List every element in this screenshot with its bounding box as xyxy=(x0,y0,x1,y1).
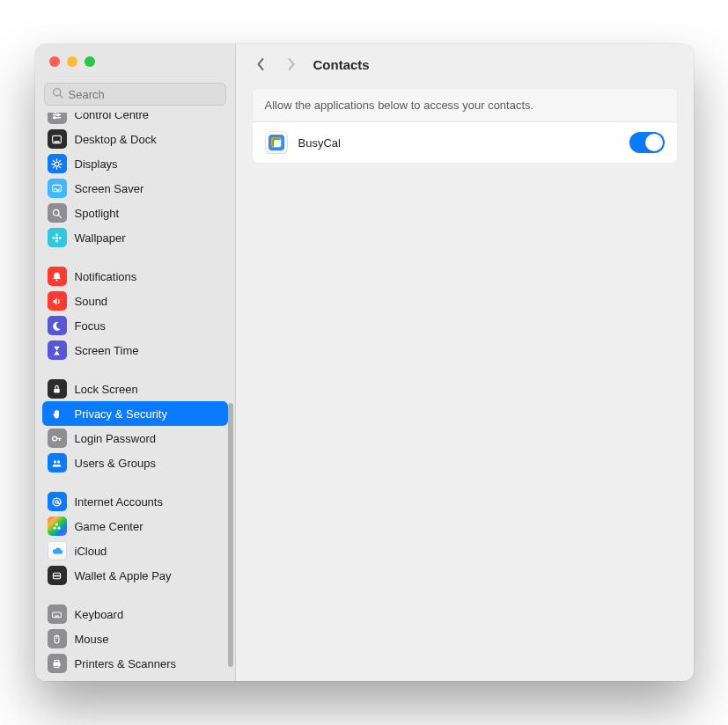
printer-icon xyxy=(48,654,67,673)
svg-point-25 xyxy=(52,237,55,239)
contacts-permission-panel: Allow the applications below to access y… xyxy=(252,88,678,164)
svg-point-24 xyxy=(55,239,58,242)
sidebar-item-label: Sound xyxy=(75,295,108,308)
sidebar-item-mouse[interactable]: Mouse xyxy=(42,626,228,651)
svg-point-38 xyxy=(57,526,60,529)
svg-rect-41 xyxy=(53,612,62,618)
people-icon xyxy=(48,453,67,472)
game-icon xyxy=(48,516,67,536)
sidebar-item-screen-time[interactable]: Screen Time xyxy=(42,338,228,362)
sidebar-item-label: Game Center xyxy=(75,520,143,533)
speaker-icon xyxy=(48,291,67,311)
sidebar-item-label: Wallpaper xyxy=(75,231,126,245)
svg-rect-28 xyxy=(54,388,60,392)
sidebar-item-users-groups[interactable]: Users & Groups xyxy=(42,450,228,475)
sidebar-item-control-centre[interactable]: Control Centre xyxy=(42,113,228,127)
svg-point-22 xyxy=(55,236,58,238)
svg-line-18 xyxy=(53,166,54,167)
sidebar-item-label: iCloud xyxy=(75,545,107,558)
bell-icon xyxy=(48,267,67,286)
svg-point-20 xyxy=(53,209,59,216)
flower-icon xyxy=(48,228,67,247)
svg-line-16 xyxy=(59,166,60,167)
zoom-window-button[interactable] xyxy=(85,56,95,67)
sidebar-item-label: Screen Saver xyxy=(75,182,144,195)
cloud-icon xyxy=(48,541,67,560)
sidebar-item-spotlight[interactable]: Spotlight xyxy=(42,201,228,225)
sidebar-item-focus[interactable]: Focus xyxy=(42,313,228,338)
search-input[interactable] xyxy=(69,88,218,101)
close-window-button[interactable] xyxy=(49,56,60,67)
wallet-icon xyxy=(48,566,67,585)
sidebar-item-icloud[interactable]: iCloud xyxy=(42,538,228,563)
permission-toggle[interactable] xyxy=(629,132,665,153)
lock-icon xyxy=(48,379,67,399)
svg-point-36 xyxy=(55,523,58,525)
sidebar-item-keyboard[interactable]: Keyboard xyxy=(42,602,228,626)
sidebar-item-internet-accounts[interactable]: Internet Accounts xyxy=(42,489,228,514)
back-button[interactable] xyxy=(252,53,271,76)
svg-rect-19 xyxy=(53,185,62,191)
sidebar-item-screen-saver[interactable]: Screen Saver xyxy=(42,176,228,201)
sidebar-item-label: Printers & Scanners xyxy=(75,657,177,670)
svg-rect-9 xyxy=(54,141,60,143)
sidebar-item-label: Notifications xyxy=(75,270,137,283)
dock-icon xyxy=(48,129,67,149)
svg-point-23 xyxy=(55,233,58,236)
sidebar-item-label: Mouse xyxy=(75,633,109,646)
sidebar-item-game-center[interactable]: Game Center xyxy=(42,514,228,538)
svg-point-27 xyxy=(55,279,57,281)
minimize-window-button[interactable] xyxy=(67,56,77,67)
svg-line-15 xyxy=(53,160,54,161)
svg-point-26 xyxy=(59,237,62,239)
key-icon xyxy=(48,428,67,448)
svg-point-6 xyxy=(57,114,59,115)
system-settings-window: Control CentreDesktop & DockDisplaysScre… xyxy=(35,44,694,681)
svg-point-32 xyxy=(54,460,56,463)
sidebar-scroll[interactable]: Control CentreDesktop & DockDisplaysScre… xyxy=(35,113,235,681)
sidebar-item-label: Focus xyxy=(75,319,106,333)
sidebar: Control CentreDesktop & DockDisplaysScre… xyxy=(35,44,236,681)
sun-icon xyxy=(48,154,67,173)
search-icon xyxy=(48,203,67,223)
hand-icon xyxy=(48,404,67,423)
titlebar: Contacts xyxy=(236,44,694,84)
sidebar-item-displays[interactable]: Displays xyxy=(42,151,228,176)
scrollbar-thumb[interactable] xyxy=(228,403,233,667)
svg-point-0 xyxy=(53,89,60,96)
sidebar-item-privacy-security[interactable]: Privacy & Security xyxy=(42,401,228,426)
search-field[interactable] xyxy=(44,83,226,106)
sidebar-item-login-password[interactable]: Login Password xyxy=(42,426,228,450)
content-area: Allow the applications below to access y… xyxy=(236,84,694,179)
sidebar-item-label: Screen Time xyxy=(75,344,139,357)
sidebar-item-wallpaper[interactable]: Wallpaper xyxy=(42,225,228,250)
svg-rect-40 xyxy=(53,575,60,576)
svg-line-17 xyxy=(59,160,60,161)
svg-point-7 xyxy=(54,116,55,118)
app-row: BusyCal xyxy=(253,122,677,163)
sidebar-item-label: Privacy & Security xyxy=(75,407,167,421)
keyboard-icon xyxy=(48,604,67,624)
sidebar-item-lock-screen[interactable]: Lock Screen xyxy=(42,377,228,401)
svg-line-1 xyxy=(59,95,62,98)
sidebar-item-label: Internet Accounts xyxy=(75,495,163,509)
sidebar-item-printers-scanners[interactable]: Printers & Scanners xyxy=(42,651,228,676)
panel-description: Allow the applications below to access y… xyxy=(253,89,677,122)
window-controls xyxy=(35,44,235,79)
sidebar-item-desktop-dock[interactable]: Desktop & Dock xyxy=(42,127,228,151)
moon-icon xyxy=(48,316,67,335)
svg-point-37 xyxy=(53,526,55,529)
svg-point-33 xyxy=(57,460,60,463)
sidebar-item-notifications[interactable]: Notifications xyxy=(42,264,228,289)
sidebar-item-label: Spotlight xyxy=(75,207,120,220)
sidebar-item-sound[interactable]: Sound xyxy=(42,289,228,313)
hourglass-icon xyxy=(48,341,67,360)
svg-rect-47 xyxy=(55,665,59,667)
search-container xyxy=(35,79,235,113)
sidebar-item-label: Lock Screen xyxy=(75,383,138,396)
sidebar-item-wallet-apple-pay[interactable]: Wallet & Apple Pay xyxy=(42,563,228,588)
forward-button[interactable] xyxy=(282,53,301,76)
sidebar-item-label: Control Centre xyxy=(75,113,150,121)
svg-rect-46 xyxy=(55,660,59,662)
main-content: Contacts Allow the applications below to… xyxy=(236,44,694,681)
